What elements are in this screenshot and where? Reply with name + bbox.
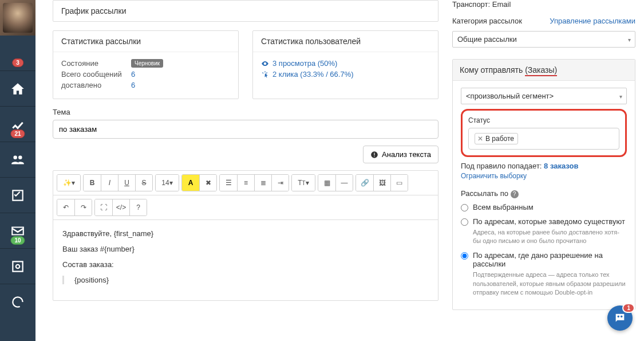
- stat-label: доставлено: [61, 81, 124, 89]
- manage-mailings-link[interactable]: Управление рассылками: [550, 17, 635, 25]
- stat-text: 2 клика (33.3% / 66.7%): [272, 70, 354, 79]
- tb-hr[interactable]: —: [335, 175, 353, 191]
- body-line: Здравствуйте, {first_name}: [62, 229, 429, 238]
- recipients-label: Кому отправлять: [460, 65, 523, 75]
- analyze-text-button[interactable]: Анализ текста: [363, 146, 438, 163]
- tb-ol[interactable]: ≡: [237, 175, 254, 191]
- transport-value: Email: [492, 0, 511, 9]
- fab-badge: 1: [622, 303, 635, 313]
- warn-icon: [370, 151, 378, 159]
- stat-value[interactable]: 6: [131, 70, 135, 79]
- status-tag-input[interactable]: ✕ В работе: [468, 128, 619, 150]
- button-label: Анализ текста: [382, 150, 431, 159]
- tb-fontcolor[interactable]: A: [182, 175, 199, 191]
- tb-video[interactable]: ▭: [390, 175, 408, 191]
- user-stats-panel: Статистика пользователей 3 просмотра (50…: [252, 30, 438, 99]
- help-icon[interactable]: ?: [511, 190, 519, 198]
- tb-align[interactable]: ≣: [254, 175, 271, 191]
- subject-label: Тема: [53, 108, 438, 116]
- tb-bold[interactable]: B: [84, 175, 101, 191]
- stat-label: Состояние: [61, 59, 124, 68]
- nav-users[interactable]: [0, 142, 35, 178]
- status-badge: Черновик: [131, 59, 163, 68]
- sendby-label: Рассылать по: [461, 189, 508, 198]
- wysiwyg-editor: ✨▾ B I U S 14▾ A ✖ ☰ ≡ ≣: [53, 170, 438, 301]
- chat-icon: [614, 312, 626, 324]
- panel-title: Статистика пользователей: [253, 31, 438, 52]
- tb-italic[interactable]: I: [101, 175, 118, 191]
- limit-selection-link[interactable]: Ограничить выборку: [461, 172, 527, 180]
- radio-label: По адресам, которые заведомо существуют: [473, 217, 625, 226]
- tb-redo[interactable]: ↷: [74, 199, 92, 215]
- radio-desc: Подтвержденные адреса — адреса только те…: [473, 271, 627, 297]
- views-stat[interactable]: 3 просмотра (50%): [261, 59, 430, 68]
- schedule-panel: График рассылки: [53, 0, 438, 22]
- tb-link[interactable]: 🔗: [356, 175, 373, 191]
- tb-ul[interactable]: ☰: [220, 175, 237, 191]
- chat-fab[interactable]: 1: [607, 305, 633, 331]
- tb-heading[interactable]: TT▾: [292, 175, 315, 191]
- nav-tasks[interactable]: [0, 178, 35, 213]
- rule-count-link[interactable]: 8 заказов: [544, 162, 578, 170]
- remove-tag-icon[interactable]: ✕: [477, 135, 483, 143]
- radio-known[interactable]: По адресам, которые заведомо существуют …: [461, 217, 627, 246]
- eye-icon: [261, 60, 269, 68]
- tb-strike[interactable]: S: [135, 175, 152, 191]
- radio-input[interactable]: [461, 218, 468, 226]
- clicks-stat[interactable]: 2 клика (33.3% / 66.7%): [261, 70, 430, 79]
- stat-label: Всего сообщений: [61, 70, 124, 79]
- tb-underline[interactable]: U: [118, 175, 135, 191]
- nav-home[interactable]: [0, 71, 35, 107]
- badge-count: 10: [10, 236, 25, 245]
- radio-consent[interactable]: По адресам, где дано разрешение на рассы…: [461, 251, 627, 297]
- status-label: Статус: [468, 116, 619, 124]
- rule-prefix: Под правило попадает:: [461, 162, 542, 170]
- gear-box-icon: [10, 259, 25, 274]
- editor-content[interactable]: Здравствуйте, {first_name} Ваш заказ #{n…: [53, 220, 438, 300]
- body-line: Состав заказа:: [62, 260, 429, 269]
- segment-select[interactable]: <произвольный сегмент>: [461, 88, 627, 104]
- home-icon: [10, 81, 25, 96]
- stat-value[interactable]: 6: [131, 81, 135, 89]
- check-icon: [10, 188, 25, 203]
- editor-toolbar-2: ↶ ↷ ⛶ </> ?: [53, 195, 438, 220]
- radio-input[interactable]: [461, 204, 468, 211]
- tag-label: В работе: [485, 135, 514, 143]
- panel-title: Статистика рассылки: [53, 31, 238, 52]
- tb-image[interactable]: 🖼: [373, 175, 390, 191]
- transport-label: Транспорт:: [452, 0, 490, 9]
- tb-source[interactable]: </>: [112, 199, 129, 215]
- tb-table[interactable]: ▦: [318, 175, 335, 191]
- panel-title: График рассылки: [53, 1, 438, 21]
- badge-count: 21: [10, 130, 25, 138]
- tb-magic[interactable]: ✨▾: [57, 175, 80, 191]
- tb-fontsize[interactable]: 14▾: [156, 175, 179, 191]
- subject-input[interactable]: [53, 120, 438, 139]
- category-label: Категория рассылок: [452, 17, 522, 25]
- recipients-hl: (Заказы): [525, 65, 557, 76]
- click-icon: [261, 70, 269, 79]
- send-stats-panel: Статистика рассылки СостояниеЧерновик Вс…: [53, 30, 239, 99]
- stat-text: 3 просмотра (50%): [272, 59, 337, 68]
- status-filter-box: Статус ✕ В работе: [461, 109, 627, 157]
- chat-c-icon: [10, 295, 25, 309]
- nav-mail[interactable]: 10: [0, 213, 35, 249]
- tb-undo[interactable]: ↶: [57, 199, 74, 215]
- avatar[interactable]: [0, 0, 35, 36]
- tb-clear[interactable]: ✖: [199, 175, 216, 191]
- editor-toolbar: ✨▾ B I U S 14▾ A ✖ ☰ ≡ ≣: [53, 171, 438, 195]
- nav-chat[interactable]: [0, 284, 35, 320]
- nav-charts[interactable]: 21: [0, 107, 35, 142]
- tb-help[interactable]: ?: [129, 199, 147, 215]
- radio-all[interactable]: Всем выбранным: [461, 203, 627, 211]
- body-line: Ваш заказ #{number}: [62, 245, 429, 253]
- radio-desc: Адреса, на которые ранее было доставлено…: [473, 228, 627, 246]
- tb-indent[interactable]: ⇥: [271, 175, 289, 191]
- tb-fullscreen[interactable]: ⛶: [95, 199, 112, 215]
- svg-rect-1: [374, 152, 374, 155]
- nav-settings[interactable]: [0, 249, 35, 284]
- badge-count: 3: [12, 58, 23, 67]
- category-select[interactable]: Общие рассылки: [452, 31, 635, 48]
- radio-input[interactable]: [461, 252, 468, 260]
- body-line: {positions}: [74, 276, 429, 284]
